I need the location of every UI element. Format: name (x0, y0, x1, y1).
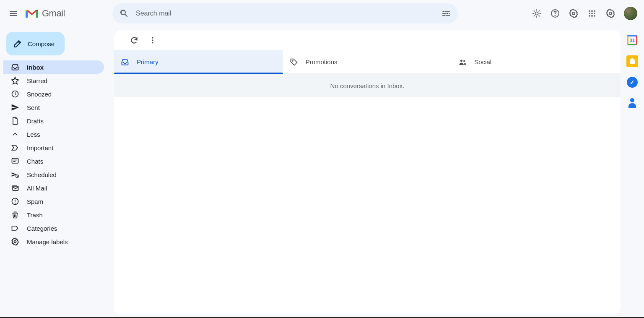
chat-icon (11, 157, 19, 165)
side-app-keep[interactable] (626, 55, 638, 67)
sidebar-item-label: Snoozed (27, 91, 99, 98)
search-options-button[interactable] (438, 5, 454, 22)
svg-rect-14 (589, 10, 590, 12)
svg-point-34 (292, 60, 293, 61)
tab-label: Social (474, 58, 491, 65)
side-panel: 31 (621, 30, 644, 315)
pencil-icon (13, 39, 23, 49)
sidebar-item-label: Inbox (27, 64, 99, 71)
people-icon (458, 58, 467, 66)
empty-text: No conversations in Inbox. (330, 82, 405, 89)
important-icon (11, 143, 19, 152)
refresh-icon (130, 36, 138, 44)
chevron-up-icon (11, 130, 19, 138)
side-app-calendar[interactable]: 31 (626, 34, 638, 46)
tab-primary[interactable]: Primary (114, 50, 283, 73)
contacts-icon (627, 98, 637, 108)
svg-rect-19 (594, 13, 595, 14)
search-input[interactable] (132, 10, 438, 17)
send-icon (11, 103, 19, 112)
svg-point-13 (572, 12, 575, 15)
sidebar-item-scheduled[interactable]: Scheduled (3, 168, 104, 181)
inbox-icon (11, 63, 19, 71)
all-mail-icon (11, 184, 19, 192)
svg-point-29 (15, 203, 16, 203)
gear-icon (11, 237, 19, 246)
svg-rect-1 (36, 10, 38, 18)
sidebar-item-manage-labels[interactable]: Manage labels (3, 235, 104, 248)
help-icon (550, 8, 560, 18)
gmail-logo[interactable]: Gmail (23, 8, 65, 19)
apps-button[interactable] (584, 5, 600, 22)
more-vert-icon (148, 36, 157, 44)
svg-rect-9 (446, 15, 450, 16)
sidebar: Compose Inbox Starred Snoozed Sent (0, 27, 107, 318)
sidebar-item-drafts[interactable]: Drafts (3, 114, 104, 128)
svg-rect-0 (26, 10, 28, 18)
gear-icon (605, 8, 615, 18)
tab-promotions[interactable]: Promotions (283, 50, 452, 73)
sidebar-item-label: Manage labels (27, 238, 99, 245)
star-icon (11, 76, 19, 85)
sidebar-item-sent[interactable]: Sent (3, 101, 104, 114)
sidebar-item-label: Sent (27, 104, 99, 111)
support-button[interactable] (547, 5, 564, 22)
main-menu-button[interactable] (3, 3, 23, 23)
extension-settings-button[interactable] (602, 5, 619, 22)
sidebar-item-starred[interactable]: Starred (3, 74, 104, 87)
hamburger-icon (8, 8, 18, 18)
gmail-logo-icon (25, 8, 39, 18)
sidebar-item-inbox[interactable]: Inbox (3, 60, 104, 74)
sidebar-item-less[interactable]: Less (3, 128, 104, 141)
svg-rect-17 (589, 13, 590, 14)
apps-grid-icon (588, 9, 596, 18)
compose-button[interactable]: Compose (6, 32, 65, 55)
sidebar-item-trash[interactable]: Trash (3, 208, 104, 222)
side-app-tasks[interactable] (626, 76, 638, 88)
spam-icon (11, 197, 19, 206)
svg-point-36 (463, 60, 465, 62)
nav-list: Inbox Starred Snoozed Sent Drafts Less (3, 60, 107, 248)
sidebar-item-label: Scheduled (27, 171, 99, 178)
svg-point-33 (152, 42, 153, 43)
search-bar (112, 3, 458, 23)
sidebar-item-chats[interactable]: Chats (3, 154, 104, 168)
sidebar-item-categories[interactable]: Categories (3, 222, 104, 235)
sidebar-item-important[interactable]: Important (3, 141, 104, 154)
label-icon (11, 224, 19, 232)
calendar-icon: 31 (626, 34, 638, 46)
header: Gmail (0, 0, 644, 27)
sidebar-item-spam[interactable]: Spam (3, 195, 104, 208)
account-avatar[interactable] (624, 7, 637, 20)
svg-rect-16 (594, 10, 595, 12)
sidebar-item-label: Categories (27, 225, 99, 232)
settings-button[interactable] (565, 5, 582, 22)
refresh-button[interactable] (126, 32, 143, 49)
svg-rect-25 (12, 158, 18, 163)
sidebar-item-label: Less (27, 131, 99, 138)
tune-icon (441, 8, 451, 18)
clock-icon (11, 90, 19, 98)
sidebar-item-label: Starred (27, 77, 99, 84)
svg-point-35 (460, 60, 462, 62)
sidebar-item-label: Important (27, 144, 99, 151)
search-button[interactable] (116, 5, 132, 22)
scheduled-icon (11, 170, 19, 179)
more-button[interactable] (144, 32, 161, 49)
theme-button[interactable] (528, 5, 545, 22)
svg-rect-6 (449, 13, 450, 14)
gmail-logo-text: Gmail (42, 8, 65, 19)
tab-social[interactable]: Social (452, 50, 621, 73)
sidebar-item-label: Chats (27, 158, 99, 165)
keep-icon (626, 55, 638, 67)
sidebar-item-snoozed[interactable]: Snoozed (3, 87, 104, 101)
main-outer: Primary Promotions Social No conversatio… (107, 27, 644, 318)
inbox-icon (121, 58, 129, 66)
tab-label: Primary (137, 58, 158, 65)
side-app-contacts[interactable] (626, 97, 638, 109)
sidebar-item-all-mail[interactable]: All Mail (3, 181, 104, 195)
svg-point-31 (152, 37, 153, 39)
svg-rect-5 (442, 13, 447, 14)
empty-state: No conversations in Inbox. (114, 74, 621, 97)
compose-label: Compose (28, 40, 55, 47)
